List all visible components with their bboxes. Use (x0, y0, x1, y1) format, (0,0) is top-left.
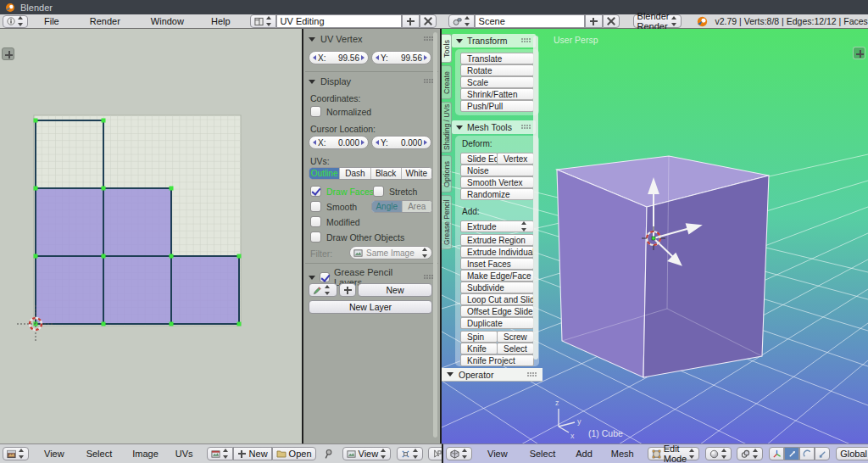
mode-dropdown[interactable]: Edit Mode (648, 447, 700, 460)
viewport-shading-dropdown[interactable] (705, 447, 732, 460)
uv-vertex-y-slider[interactable]: Y: 99.56 (371, 51, 431, 64)
manipulator-translate-button[interactable] (784, 447, 799, 460)
draw-type-white-button[interactable]: White (401, 168, 431, 179)
panel-header-transform[interactable]: Transform (452, 34, 536, 47)
scale-button[interactable]: Scale (460, 76, 534, 88)
duplicate-button[interactable]: Duplicate (460, 317, 534, 329)
scene-name-field[interactable]: Scene (475, 14, 585, 28)
view3d-menu-view[interactable]: View (481, 449, 515, 459)
uv-menu-image[interactable]: Image (125, 449, 165, 459)
shrink-fatten-button[interactable]: Shrink/Fatten (460, 88, 534, 100)
slider-left-arrow-icon[interactable] (313, 55, 316, 60)
extrude-individual-button[interactable]: Extrude Individual (460, 246, 534, 258)
uv-face-selected[interactable] (103, 256, 171, 324)
screen-layout-browse-button[interactable] (250, 14, 276, 28)
menu-file[interactable]: File (38, 16, 65, 26)
translate-button[interactable]: Translate (460, 53, 534, 64)
tool-shelf-tab-grease-pencil[interactable]: Grease Pencil (442, 195, 452, 249)
menu-help[interactable]: Help (205, 16, 236, 26)
screen-layout-add-button[interactable] (402, 14, 420, 28)
modified-checkbox[interactable] (310, 216, 321, 227)
randomize-button[interactable]: Randomize (460, 188, 534, 200)
knife-select-button[interactable]: Select (497, 343, 534, 354)
normalized-checkbox-row[interactable]: Normalized (310, 106, 371, 117)
panel-drag-dots-icon[interactable] (521, 38, 531, 43)
pin-icon[interactable] (323, 449, 334, 460)
image-open-button[interactable]: Open (272, 447, 316, 460)
normalized-checkbox[interactable] (310, 106, 321, 117)
uv-editor-canvas[interactable] (0, 29, 303, 443)
view3d-menu-select[interactable]: Select (523, 449, 563, 459)
manipulator-rotate-button[interactable] (799, 447, 815, 460)
offset-edge-slide-button[interactable]: Offset Edge Slide (460, 305, 534, 317)
image-browse-button[interactable] (207, 447, 233, 460)
panel-header-display[interactable]: Display (309, 76, 434, 86)
uv-pivot-dropdown[interactable] (397, 447, 423, 460)
pivot-point-dropdown[interactable] (737, 447, 763, 460)
uv-region-expand-handle[interactable] (2, 47, 14, 60)
extrude-region-button[interactable]: Extrude Region (460, 234, 534, 246)
uv-menu-uvs[interactable]: UVs (169, 449, 200, 459)
push-pull-button[interactable]: Push/Pull (460, 100, 534, 112)
view3d-menu-mesh[interactable]: Mesh (604, 449, 641, 459)
knife-button[interactable]: Knife (460, 343, 498, 354)
inset-faces-button[interactable]: Inset Faces (460, 258, 534, 270)
stretch-checkbox-row[interactable]: Stretch (373, 186, 417, 197)
properties-scrollbar[interactable] (433, 32, 437, 438)
slide-vertex-button[interactable]: Vertex (497, 153, 534, 165)
uv-face-selected[interactable] (36, 256, 103, 324)
slider-left-arrow-icon[interactable] (376, 140, 379, 145)
uv-menu-view[interactable]: View (37, 449, 71, 459)
tool-shelf-tab-options[interactable]: Options (442, 155, 452, 192)
extrude-dropdown[interactable]: Extrude (460, 220, 534, 232)
stretch-area-button[interactable]: Area (402, 201, 432, 212)
smooth-checkbox-row[interactable]: Smooth (310, 201, 357, 212)
draw-faces-checkbox-row[interactable]: Draw Faces (310, 186, 374, 197)
draw-type-dash-button[interactable]: Dash (339, 168, 370, 179)
slider-right-arrow-icon[interactable] (361, 55, 364, 60)
uv-editor-type-selector[interactable] (3, 447, 29, 460)
cursor-y-slider[interactable]: Y: 0.000 (371, 136, 431, 149)
rotate-button[interactable]: Rotate (460, 64, 534, 76)
cursor-x-slider[interactable]: X: 0.000 (309, 136, 369, 149)
tool-shelf-tab-shading-uvs[interactable]: Shading / UVs (442, 102, 452, 153)
slider-left-arrow-icon[interactable] (313, 140, 316, 145)
manipulator-scale-button[interactable] (815, 447, 830, 460)
modified-checkbox-row[interactable]: Modified (310, 216, 360, 227)
uv-menu-select[interactable]: Select (80, 449, 120, 459)
uv-face-selected[interactable] (36, 188, 103, 256)
slide-edge-button[interactable]: Slide Ed (460, 153, 498, 165)
smooth-checkbox[interactable] (310, 201, 321, 212)
uv-vertex-x-slider[interactable]: X: 99.56 (309, 51, 369, 64)
slider-left-arrow-icon[interactable] (376, 55, 379, 60)
grease-pencil-enable-checkbox[interactable] (320, 272, 330, 282)
screen-layout-name-field[interactable]: UV Editing (276, 14, 402, 28)
uv-face-selected[interactable] (171, 256, 239, 324)
tool-shelf-tab-create[interactable]: Create (442, 65, 452, 99)
grease-pencil-new-button[interactable]: New (358, 283, 432, 297)
scene-browse-button[interactable] (448, 14, 475, 28)
draw-type-black-button[interactable]: Black (370, 168, 401, 179)
transform-orientation-dropdown[interactable]: Global (836, 447, 868, 460)
loop-cut-slide-button[interactable]: Loop Cut and Slide (460, 293, 534, 305)
viewport-editor-type-selector[interactable] (446, 447, 472, 460)
slider-right-arrow-icon[interactable] (424, 140, 427, 145)
view3d-menu-add[interactable]: Add (569, 449, 599, 459)
tool-shelf-scrollbar[interactable] (533, 36, 538, 360)
knife-project-button[interactable]: Knife Project (460, 354, 534, 366)
slider-right-arrow-icon[interactable] (424, 55, 427, 60)
render-engine-selector[interactable]: Blender Render (633, 14, 682, 28)
new-layer-button[interactable]: New Layer (309, 300, 432, 314)
cube-mesh[interactable] (557, 156, 769, 377)
spin-button[interactable]: Spin (460, 331, 498, 343)
filter-dropdown[interactable]: Same Image (349, 246, 432, 259)
draw-other-objects-checkbox[interactable] (310, 232, 321, 243)
image-new-button[interactable]: New (233, 447, 272, 460)
panel-header-uv-vertex[interactable]: UV Vertex (309, 34, 434, 44)
panel-drag-dots-icon[interactable] (521, 125, 531, 130)
stretch-checkbox[interactable] (373, 186, 384, 197)
editor-type-selector-info[interactable] (3, 15, 28, 28)
subdivide-button[interactable]: Subdivide (460, 282, 534, 293)
draw-type-outline-button[interactable]: Outline (309, 168, 339, 179)
screen-layout-delete-button[interactable] (420, 14, 437, 28)
